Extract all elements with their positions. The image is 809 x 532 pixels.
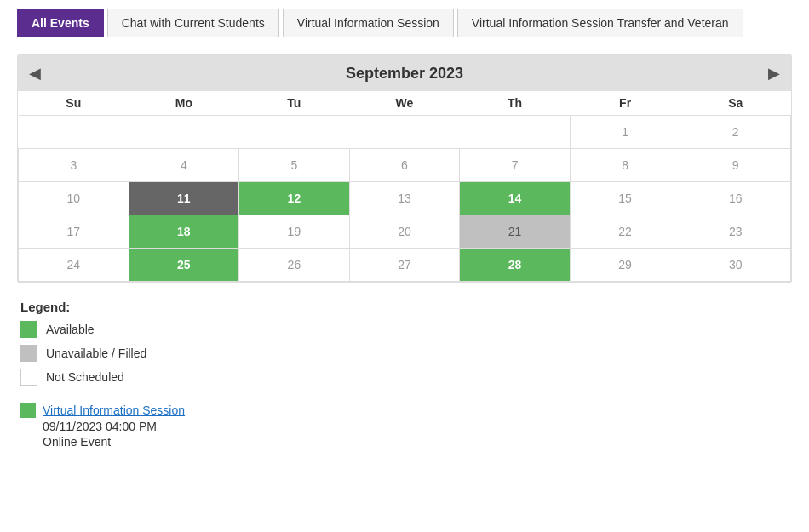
calendar-cell: 15 bbox=[570, 182, 680, 215]
legend-available-label: Available bbox=[46, 323, 95, 336]
calendar-header: ◀ September 2023 ▶ bbox=[18, 55, 791, 91]
tab-all-events[interactable]: All Events bbox=[17, 9, 104, 37]
calendar-cell: 6 bbox=[349, 149, 460, 182]
calendar-cell bbox=[349, 116, 460, 149]
weekday-mo: Mo bbox=[129, 91, 239, 116]
calendar-week-row: 24252627282930 bbox=[19, 249, 791, 282]
event-color-indicator bbox=[20, 403, 36, 418]
weekday-su: Su bbox=[19, 91, 129, 116]
calendar-cell: 23 bbox=[680, 215, 791, 249]
calendar-grid: Su Mo Tu We Th Fr Sa 1234567891011121314… bbox=[18, 91, 791, 282]
calendar-cell[interactable]: 18 bbox=[129, 215, 239, 249]
calendar-cell[interactable]: 11 bbox=[129, 182, 239, 215]
calendar-cell: 20 bbox=[349, 215, 460, 249]
calendar-cell: 29 bbox=[570, 249, 680, 282]
calendar-week-row: 3456789 bbox=[19, 149, 791, 182]
calendar-cell[interactable]: 12 bbox=[239, 182, 350, 215]
legend: Legend: Available Unavailable / Filled N… bbox=[17, 300, 792, 386]
calendar-cell bbox=[19, 116, 129, 149]
calendar-cell bbox=[239, 116, 350, 149]
calendar-cell: 3 bbox=[19, 149, 129, 182]
calendar-cell: 30 bbox=[680, 249, 791, 282]
legend-unavailable-box bbox=[20, 345, 37, 362]
calendar-cell[interactable]: 14 bbox=[460, 182, 571, 215]
legend-not-scheduled: Not Scheduled bbox=[20, 369, 789, 386]
weekday-th: Th bbox=[460, 91, 571, 116]
calendar-cell[interactable]: 21 bbox=[460, 215, 571, 249]
event-title-row: Virtual Information Session bbox=[20, 403, 789, 418]
event-date: 09/11/2023 04:00 PM bbox=[43, 420, 789, 433]
event-title-link[interactable]: Virtual Information Session bbox=[43, 403, 185, 417]
legend-available-box bbox=[20, 321, 37, 338]
tabs-container: All Events Chat with Current Students Vi… bbox=[17, 9, 792, 37]
calendar-week-row: 10111213141516 bbox=[19, 182, 791, 215]
legend-not-scheduled-label: Not Scheduled bbox=[46, 370, 124, 384]
calendar-cell: 4 bbox=[129, 149, 239, 182]
calendar-cell: 19 bbox=[239, 215, 350, 249]
tab-virtual-transfer[interactable]: Virtual Information Session Transfer and… bbox=[457, 9, 743, 37]
calendar-cell: 17 bbox=[19, 215, 129, 249]
legend-not-scheduled-box bbox=[20, 369, 37, 386]
calendar-cell: 5 bbox=[239, 149, 350, 182]
tab-virtual-info[interactable]: Virtual Information Session bbox=[283, 9, 454, 37]
weekday-tu: Tu bbox=[239, 91, 350, 116]
calendar-cell bbox=[460, 116, 571, 149]
legend-unavailable-label: Unavailable / Filled bbox=[46, 346, 146, 360]
calendar-cell: 24 bbox=[19, 249, 129, 282]
weekday-fr: Fr bbox=[570, 91, 680, 116]
calendar-month-title: September 2023 bbox=[52, 65, 757, 83]
calendar-week-row: 12 bbox=[19, 116, 791, 149]
calendar-cell[interactable]: 28 bbox=[460, 249, 571, 282]
calendar-cell: 22 bbox=[570, 215, 680, 249]
calendar-cell: 1 bbox=[570, 116, 680, 149]
calendar-cell: 26 bbox=[239, 249, 350, 282]
event-location: Online Event bbox=[43, 435, 789, 449]
tab-chat-students[interactable]: Chat with Current Students bbox=[107, 9, 279, 37]
calendar-cell: 10 bbox=[19, 182, 129, 215]
calendar-week-row: 17181920212223 bbox=[19, 215, 791, 249]
next-month-button[interactable]: ▶ bbox=[757, 64, 791, 83]
calendar-cell: 16 bbox=[680, 182, 791, 215]
weekday-we: We bbox=[349, 91, 460, 116]
legend-title: Legend: bbox=[20, 300, 789, 314]
prev-month-button[interactable]: ◀ bbox=[18, 64, 52, 83]
legend-available: Available bbox=[20, 321, 789, 338]
calendar-cell: 13 bbox=[349, 182, 460, 215]
calendar-cell: 27 bbox=[349, 249, 460, 282]
weekday-sa: Sa bbox=[680, 91, 791, 116]
legend-unavailable: Unavailable / Filled bbox=[20, 345, 789, 362]
calendar-cell: 2 bbox=[680, 116, 791, 149]
calendar-cell: 7 bbox=[460, 149, 571, 182]
calendar-cell[interactable]: 25 bbox=[129, 249, 239, 282]
calendar-weekdays-row: Su Mo Tu We Th Fr Sa bbox=[19, 91, 791, 116]
calendar: ◀ September 2023 ▶ Su Mo Tu We Th Fr Sa … bbox=[17, 54, 792, 283]
calendar-cell: 8 bbox=[570, 149, 680, 182]
event-entry: Virtual Information Session 09/11/2023 0… bbox=[17, 403, 792, 449]
calendar-cell bbox=[129, 116, 239, 149]
calendar-cell: 9 bbox=[680, 149, 791, 182]
